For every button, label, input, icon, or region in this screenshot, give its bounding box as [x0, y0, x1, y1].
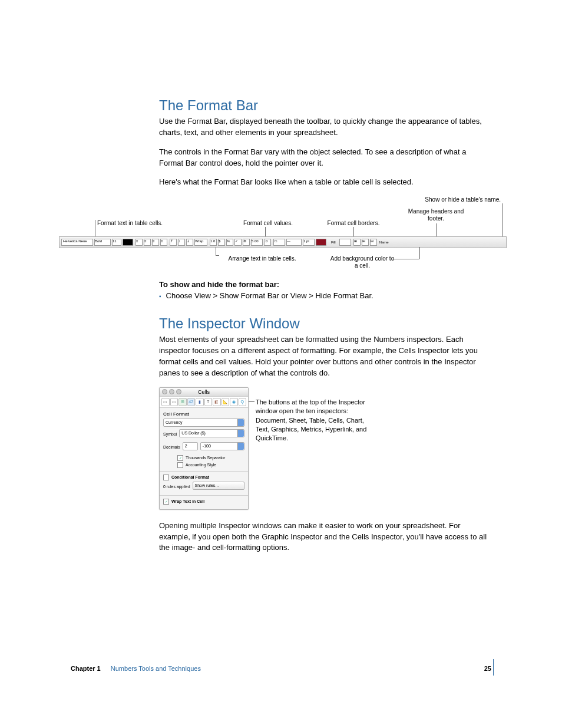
border-sample[interactable]: — — [286, 239, 302, 246]
section-heading-inspector: The Inspector Window — [159, 315, 489, 332]
rules-applied-label: 0 rules applied — [163, 485, 190, 489]
format-checkbox-icon[interactable]: ✓ — [234, 239, 242, 246]
inspector-window: Cells ▭ ▭ ⊞ 42 ▮ T ◧ 📐 ◉ Q Cell Format C… — [159, 387, 249, 510]
negative-format-select[interactable]: -100 — [200, 442, 244, 450]
callout-arrange-text: Arrange text in table cells. — [228, 255, 296, 262]
graphics-inspector-icon[interactable]: ◧ — [213, 398, 221, 406]
show-rules-button[interactable]: Show rules… — [193, 482, 244, 490]
format-bar-figure: Show or hide a table's name. Manage head… — [59, 196, 507, 273]
align-left-icon[interactable]: ≡ — [135, 239, 143, 246]
wrap-text-checkbox[interactable]: ✓ — [163, 499, 169, 505]
callout-background-color: Add background color to a cell. — [330, 255, 394, 269]
body-text: Most elements of your spreadsheet can be… — [159, 334, 489, 378]
document-inspector-icon[interactable]: ▭ — [161, 398, 170, 406]
fill-color-swatch[interactable] — [339, 239, 351, 246]
callout-showhide-name: Show or hide a table's name. — [425, 196, 501, 203]
callout-manage-headers: Manage headers and footer. — [408, 208, 464, 222]
thousands-checkbox[interactable]: ✓ — [177, 455, 183, 461]
chapter-label: Chapter 1 — [71, 665, 101, 672]
border-weight[interactable]: 1 pt — [303, 239, 315, 246]
valign-middle-icon[interactable]: ↕ — [178, 239, 185, 246]
hyperlink-inspector-icon[interactable]: ◉ — [230, 398, 238, 406]
format-type-select[interactable]: Currency — [163, 419, 244, 427]
name-label[interactable]: Name — [378, 241, 390, 245]
cells-inspector-icon[interactable]: 42 — [187, 398, 196, 406]
wrap-text-label: Wrap Text in Cell — [171, 499, 204, 503]
valign-bottom-icon[interactable]: ⤓ — [186, 239, 193, 246]
format-bar-strip: Helvetica Neue Bold 11 ≡ ≡ ≡ ≡ ⤒ ↕ ⤓ Wra… — [59, 236, 507, 248]
sheet-inspector-icon[interactable]: ▭ — [170, 398, 178, 406]
decrease-decimals-icon[interactable]: .0 — [264, 239, 271, 246]
fill-label: Fill — [329, 241, 338, 245]
size-selector[interactable]: 11 — [112, 239, 121, 246]
style-selector[interactable]: Bold — [94, 239, 111, 246]
symbol-label: Symbol — [163, 432, 177, 436]
body-text: Opening multiple Inspector windows can m… — [159, 521, 489, 554]
align-center-icon[interactable]: ≡ — [144, 239, 151, 246]
valign-top-icon[interactable]: ⤒ — [170, 239, 177, 246]
symbol-select[interactable]: US Dollar ($) — [179, 429, 244, 437]
inspector-title: Cells — [198, 389, 210, 395]
footer-row-icon[interactable]: ⊞ — [370, 239, 377, 246]
thousands-label: Thousands Separator — [186, 456, 225, 460]
text-inspector-icon[interactable]: T — [204, 398, 213, 406]
body-text: Use the Format Bar, displayed beneath th… — [159, 116, 489, 139]
text-color-swatch[interactable] — [123, 239, 133, 246]
format-currency-icon[interactable]: $ — [218, 239, 225, 246]
header-col-icon[interactable]: ⊞ — [362, 239, 369, 246]
table-inspector-icon[interactable]: ⊞ — [178, 398, 187, 406]
font-selector[interactable]: Helvetica Neue — [61, 239, 93, 246]
callout-format-text: Format text in table cells. — [97, 220, 163, 226]
accounting-label: Accounting Style — [186, 463, 216, 467]
quicktime-inspector-icon[interactable]: Q — [239, 398, 247, 406]
decimals-field[interactable]: 2 — [183, 442, 198, 450]
separator — [160, 495, 248, 496]
separator — [160, 471, 248, 472]
align-right-icon[interactable]: ≡ — [152, 239, 159, 246]
conditional-checkbox[interactable] — [163, 475, 169, 480]
body-text: Here's what the Format Bar looks like wh… — [159, 177, 489, 188]
format-percent-icon[interactable]: % — [226, 239, 233, 246]
section-heading-format-bar: The Format Bar — [159, 97, 489, 114]
inspector-tab-icons: ▭ ▭ ⊞ 42 ▮ T ◧ 📐 ◉ Q — [160, 397, 248, 408]
footer-divider — [493, 659, 494, 676]
inspector-figure: Cells ▭ ▭ ⊞ 42 ▮ T ◧ 📐 ◉ Q Cell Format C… — [159, 387, 489, 510]
border-color-swatch[interactable] — [316, 239, 326, 246]
inspector-side-callout: The buttons at the top of the Inspector … — [256, 387, 373, 510]
instruction-bullet: Choose View > Show Format Bar or View > … — [166, 291, 373, 301]
body-text: The controls in the Format Bar vary with… — [159, 147, 489, 169]
wrap-checkbox[interactable]: Wrap — [194, 239, 207, 246]
conditional-label: Conditional Format — [171, 475, 209, 479]
cell-format-label: Cell Format — [163, 411, 244, 417]
bullet-icon: ▪ — [159, 292, 161, 301]
chart-inspector-icon[interactable]: ▮ — [196, 398, 204, 406]
decimals-label: Decimals — [163, 445, 180, 449]
format-gear-icon[interactable]: ⚙ — [243, 239, 250, 246]
window-traffic-lights[interactable] — [162, 389, 181, 394]
instruction-subhead: To show and hide the format bar: — [159, 280, 489, 289]
metrics-inspector-icon[interactable]: 📐 — [222, 398, 230, 406]
border-style-selector[interactable]: ▭ — [273, 239, 285, 246]
page-footer: Chapter 1 Numbers Tools and Techniques 2… — [71, 665, 491, 672]
chapter-title: Numbers Tools and Techniques — [111, 665, 201, 672]
align-justify-icon[interactable]: ≡ — [160, 239, 167, 246]
callout-format-values: Format cell values. — [243, 220, 293, 226]
callout-format-borders: Format cell borders. — [328, 220, 380, 226]
sample-value: 5.00 — [251, 239, 263, 246]
format-decimal-icon[interactable]: 1.0 — [210, 239, 217, 246]
header-row-icon[interactable]: ⊞ — [353, 239, 361, 246]
page-number: 25 — [484, 665, 491, 672]
accounting-checkbox[interactable] — [177, 462, 183, 468]
